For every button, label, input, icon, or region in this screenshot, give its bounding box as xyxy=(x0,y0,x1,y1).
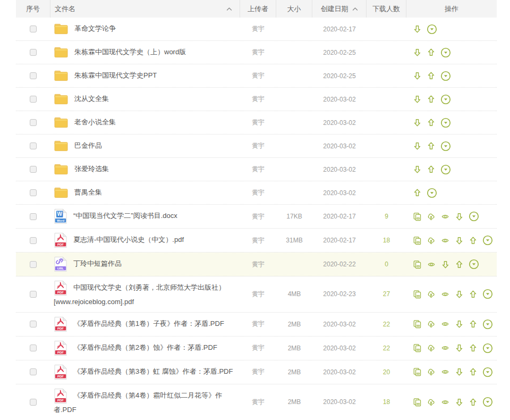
move-up-icon[interactable] xyxy=(469,320,478,329)
more-actions-icon[interactable] xyxy=(482,289,493,299)
file-name[interactable]: 《茅盾作品经典（第1卷）子夜》作者：茅盾.PDF xyxy=(73,320,224,327)
move-up-icon[interactable] xyxy=(469,398,478,407)
file-name[interactable]: 革命文学论争 xyxy=(74,24,116,32)
row-checkbox[interactable] xyxy=(30,261,37,268)
file-name[interactable]: 《茅盾作品经典（第4卷）霜叶红似二月花等》作者.PDF xyxy=(54,391,222,414)
preview-eye-icon[interactable] xyxy=(440,213,450,221)
more-actions-icon[interactable] xyxy=(440,164,451,175)
move-up-icon[interactable] xyxy=(469,236,478,245)
copy-file-icon[interactable] xyxy=(413,290,422,299)
copy-file-icon[interactable] xyxy=(413,236,422,245)
move-up-icon[interactable] xyxy=(469,290,478,299)
sort-ascending-icon[interactable] xyxy=(226,7,232,11)
move-down-icon[interactable] xyxy=(413,118,422,127)
more-actions-icon[interactable] xyxy=(482,319,493,330)
move-down-icon[interactable] xyxy=(455,290,464,299)
copy-file-icon[interactable] xyxy=(413,398,422,407)
row-checkbox[interactable] xyxy=(30,189,37,196)
row-checkbox[interactable] xyxy=(30,345,37,351)
cloud-download-icon[interactable] xyxy=(427,290,436,299)
file-name[interactable]: 《茅盾作品经典（第2卷）蚀》作者：茅盾.PDF xyxy=(73,343,217,351)
move-up-icon[interactable] xyxy=(427,71,436,80)
row-checkbox[interactable] xyxy=(30,166,37,173)
move-down-icon[interactable] xyxy=(455,212,464,221)
move-up-icon[interactable] xyxy=(427,48,436,57)
more-actions-icon[interactable] xyxy=(482,235,493,246)
more-actions-icon[interactable] xyxy=(482,367,493,377)
move-up-icon[interactable] xyxy=(427,95,436,104)
file-name[interactable]: 朱栋霖中国现代文学史（上）word版 xyxy=(74,48,186,56)
file-name[interactable]: 朱栋霖中国现代文学史PPT xyxy=(74,71,157,79)
file-name[interactable]: 巴金作品 xyxy=(74,141,102,149)
more-actions-icon[interactable] xyxy=(440,47,451,58)
file-name[interactable]: 中国现代文学史（刘勇著，北京师范大学出版社）[www.rejoiceblog.c… xyxy=(54,283,225,306)
cloud-download-icon[interactable] xyxy=(427,398,436,407)
move-up-icon[interactable] xyxy=(469,367,478,376)
move-down-icon[interactable] xyxy=(413,141,422,150)
cloud-download-icon[interactable] xyxy=(427,367,436,376)
more-actions-icon[interactable] xyxy=(440,141,451,152)
file-name[interactable]: 张爱玲选集 xyxy=(74,165,109,173)
preview-eye-icon[interactable] xyxy=(427,261,436,268)
row-checkbox[interactable] xyxy=(30,96,37,103)
preview-eye-icon[interactable] xyxy=(440,320,450,328)
row-checkbox[interactable] xyxy=(30,49,37,56)
cloud-download-icon[interactable] xyxy=(427,212,436,221)
file-name[interactable]: 夏志清-中国现代小说史（中文）.pdf xyxy=(73,236,184,243)
more-actions-icon[interactable] xyxy=(427,24,437,35)
copy-file-icon[interactable] xyxy=(413,367,422,376)
cloud-download-icon[interactable] xyxy=(427,236,436,245)
more-actions-icon[interactable] xyxy=(482,343,493,354)
cloud-download-icon[interactable] xyxy=(427,320,436,329)
move-down-icon[interactable] xyxy=(455,343,464,352)
file-name[interactable]: 曹禺全集 xyxy=(74,188,102,196)
row-checkbox[interactable] xyxy=(30,72,37,79)
copy-file-icon[interactable] xyxy=(413,320,422,329)
move-down-icon[interactable] xyxy=(413,165,422,174)
preview-eye-icon[interactable] xyxy=(440,368,450,376)
more-actions-icon[interactable] xyxy=(440,94,451,105)
more-actions-icon[interactable] xyxy=(469,259,479,270)
move-down-icon[interactable] xyxy=(413,48,422,57)
row-checkbox[interactable] xyxy=(30,26,37,32)
move-up-icon[interactable] xyxy=(427,118,436,127)
move-down-icon[interactable] xyxy=(455,236,464,245)
row-checkbox[interactable] xyxy=(30,291,37,298)
row-checkbox[interactable] xyxy=(30,399,37,406)
preview-eye-icon[interactable] xyxy=(440,237,450,245)
row-checkbox[interactable] xyxy=(30,142,37,149)
copy-file-icon[interactable] xyxy=(413,212,422,221)
move-up-icon[interactable] xyxy=(427,165,436,174)
move-up-icon[interactable] xyxy=(427,141,436,150)
move-up-icon[interactable] xyxy=(413,188,422,197)
row-checkbox[interactable] xyxy=(30,237,37,244)
move-up-icon[interactable] xyxy=(469,343,478,352)
sort-ascending-icon[interactable] xyxy=(352,7,358,11)
copy-file-icon[interactable] xyxy=(413,260,422,269)
preview-eye-icon[interactable] xyxy=(440,344,450,352)
move-down-icon[interactable] xyxy=(413,71,422,80)
move-down-icon[interactable] xyxy=(455,367,464,376)
move-up-icon[interactable] xyxy=(455,260,464,269)
row-checkbox[interactable] xyxy=(30,321,37,327)
move-down-icon[interactable] xyxy=(413,95,422,104)
row-checkbox[interactable] xyxy=(30,213,37,220)
move-down-icon[interactable] xyxy=(455,398,464,407)
file-name[interactable]: 《茅盾作品经典（第3卷）虹 腐蚀》作者：茅盾.PDF xyxy=(73,367,233,375)
file-name[interactable]: “中国现当代文学二”阅读书目.docx xyxy=(73,212,177,220)
move-down-icon[interactable] xyxy=(413,24,422,33)
move-down-icon[interactable] xyxy=(441,260,450,269)
file-name[interactable]: 丁玲中短篇作品 xyxy=(73,259,122,267)
file-name[interactable]: 老舍小说全集 xyxy=(74,118,116,126)
more-actions-icon[interactable] xyxy=(440,71,451,81)
row-checkbox[interactable] xyxy=(30,368,37,375)
move-down-icon[interactable] xyxy=(455,320,464,329)
more-actions-icon[interactable] xyxy=(469,211,479,222)
more-actions-icon[interactable] xyxy=(427,188,437,198)
preview-eye-icon[interactable] xyxy=(440,398,450,406)
row-checkbox[interactable] xyxy=(30,119,37,126)
cloud-download-icon[interactable] xyxy=(427,343,436,352)
more-actions-icon[interactable] xyxy=(482,397,493,407)
copy-file-icon[interactable] xyxy=(413,343,422,352)
preview-eye-icon[interactable] xyxy=(440,290,450,298)
